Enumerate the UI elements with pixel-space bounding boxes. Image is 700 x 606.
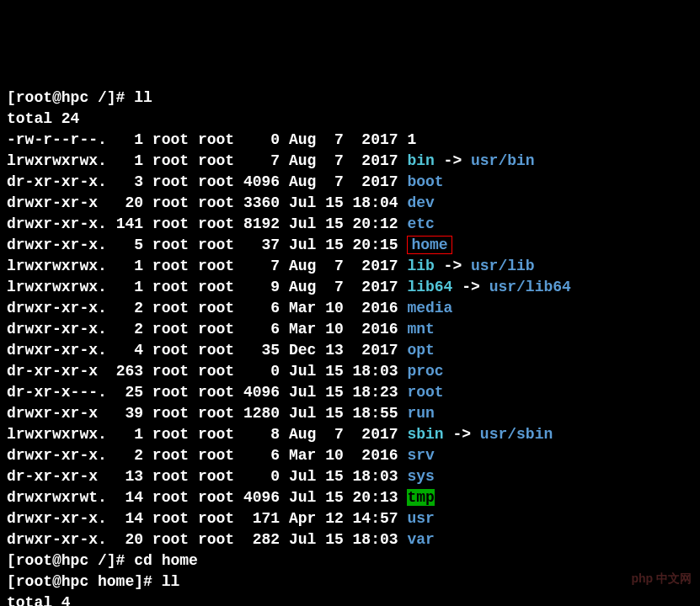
sticky-dir-name: tmp [407, 489, 434, 506]
size: 6 [243, 300, 280, 316]
group: root [198, 531, 234, 548]
owner: root [152, 426, 189, 443]
group: root [198, 258, 234, 274]
arrow: -> [435, 258, 471, 274]
links: 1 [116, 426, 143, 443]
list-item: drwxr-xr-x. 2 root root 6 Mar 10 2016 mn… [7, 319, 693, 340]
total-line: total 24 [7, 109, 693, 130]
date: Aug 7 2017 [289, 131, 398, 148]
size: 4096 [243, 384, 280, 401]
size: 1280 [243, 405, 280, 422]
date: Jul 15 20:15 [289, 237, 398, 253]
perms: drwxr-xr-x. [7, 237, 107, 253]
prompt-line: [root@hpc home]# ll [7, 571, 693, 593]
perms: drwxr-xr-x. [7, 510, 107, 527]
links: 2 [116, 321, 143, 338]
size: 6 [243, 321, 280, 338]
list-item: drwxr-xr-x. 14 root root 171 Apr 12 14:5… [7, 508, 693, 529]
links: 20 [116, 531, 143, 548]
owner: root [152, 321, 189, 338]
list-item: dr-xr-x---. 25 root root 4096 Jul 15 18:… [7, 382, 693, 403]
group: root [198, 405, 234, 422]
group: root [198, 510, 234, 527]
symlink-name: lib [407, 258, 434, 274]
symlink-target: usr/bin [471, 152, 535, 169]
owner: root [152, 131, 189, 148]
size: 8 [243, 426, 280, 443]
owner: root [152, 489, 189, 506]
owner: root [152, 215, 189, 232]
dir-name: var [407, 531, 434, 548]
arrow: -> [452, 279, 489, 295]
terminal-output[interactable]: [root@hpc /]# lltotal 24-rw-r--r--. 1 ro… [7, 88, 693, 606]
links: 14 [116, 510, 143, 527]
owner: root [152, 405, 189, 422]
links: 4 [116, 342, 143, 359]
date: Jul 15 18:04 [289, 194, 398, 211]
date: Dec 13 2017 [289, 342, 398, 359]
dir-name: root [407, 384, 443, 401]
links: 2 [116, 300, 143, 316]
perms: drwxr-xr-x. [7, 215, 107, 232]
owner: root [152, 194, 189, 211]
prompt-line: [root@hpc /]# ll [7, 88, 693, 109]
perms: lrwxrwxrwx. [7, 258, 107, 274]
date: Aug 7 2017 [289, 258, 398, 274]
links: 2 [116, 447, 143, 464]
size: 8192 [243, 215, 280, 232]
date: Aug 7 2017 [289, 152, 398, 169]
perms: -rw-r--r--. [7, 131, 107, 148]
links: 13 [116, 468, 143, 485]
dir-name: usr [407, 510, 434, 527]
group: root [198, 321, 234, 338]
size: 37 [243, 237, 280, 253]
links: 1 [116, 131, 143, 148]
size: 7 [243, 152, 280, 169]
size: 282 [243, 531, 280, 548]
links: 25 [116, 384, 143, 401]
symlink-name: sbin [407, 426, 443, 443]
size: 0 [243, 363, 280, 380]
perms: lrwxrwxrwx. [7, 279, 107, 295]
group: root [198, 215, 234, 232]
list-item: drwxr-xr-x 39 root root 1280 Jul 15 18:5… [7, 403, 693, 424]
owner: root [152, 152, 189, 169]
owner: root [152, 173, 189, 190]
dir-name: proc [407, 363, 443, 380]
links: 1 [116, 258, 143, 274]
links: 1 [116, 279, 143, 295]
date: Aug 7 2017 [289, 426, 398, 443]
prompt-line: [root@hpc /]# cd home [7, 550, 693, 571]
owner: root [152, 342, 189, 359]
links: 39 [116, 405, 143, 422]
perms: dr-xr-x---. [7, 384, 107, 401]
owner: root [152, 510, 189, 527]
links: 3 [116, 173, 143, 190]
list-item: drwxr-xr-x. 4 root root 35 Dec 13 2017 o… [7, 340, 693, 361]
group: root [198, 342, 234, 359]
owner: root [152, 531, 189, 548]
owner: root [152, 237, 189, 253]
owner: root [152, 363, 189, 380]
list-item: dr-xr-xr-x. 3 root root 4096 Aug 7 2017 … [7, 172, 693, 193]
date: Jul 15 20:13 [289, 489, 398, 506]
size: 0 [243, 131, 280, 148]
size: 0 [243, 468, 280, 485]
perms: drwxr-xr-x. [7, 321, 107, 338]
owner: root [152, 468, 189, 485]
watermark: php 中文网 [631, 568, 692, 589]
total-line: total 4 [7, 593, 693, 606]
size: 4096 [243, 489, 280, 506]
owner: root [152, 279, 189, 295]
group: root [198, 447, 234, 464]
prompt: [root@hpc home]# [7, 573, 162, 590]
arrow: -> [444, 426, 480, 443]
group: root [198, 384, 234, 401]
perms: drwxr-xr-x [7, 405, 107, 422]
prompt: [root@hpc /]# [7, 552, 134, 569]
list-item: drwxr-xr-x. 141 root root 8192 Jul 15 20… [7, 214, 693, 235]
list-item: lrwxrwxrwx. 1 root root 7 Aug 7 2017 bin… [7, 151, 693, 172]
list-item: dr-xr-xr-x 263 root root 0 Jul 15 18:03 … [7, 361, 693, 382]
owner: root [152, 300, 189, 316]
links: 141 [116, 215, 143, 232]
